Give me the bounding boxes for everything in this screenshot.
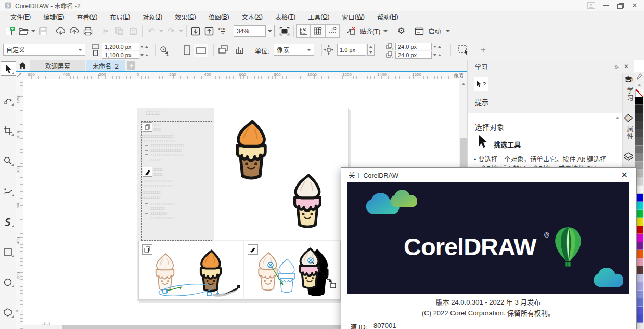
- portrait-button[interactable]: [180, 44, 194, 56]
- propbar-plus-button[interactable]: +: [476, 44, 490, 56]
- page-preset-combo[interactable]: 自定义: [3, 44, 85, 56]
- freehand-tool[interactable]: [1, 185, 15, 198]
- palette-scroll-up[interactable]: [638, 81, 641, 89]
- publish-pdf-button[interactable]: PDF: [216, 25, 229, 37]
- fullscreen-preview-button[interactable]: [278, 25, 291, 37]
- color-swatch[interactable]: [635, 153, 643, 162]
- duplicate-x-field[interactable]: [395, 43, 432, 50]
- home-welcome-icon[interactable]: [17, 60, 28, 71]
- redo-button[interactable]: ↷: [164, 25, 178, 37]
- undo-dropdown[interactable]: [158, 25, 164, 37]
- zoom-dropdown[interactable]: [266, 25, 275, 37]
- open-dropdown[interactable]: [30, 25, 36, 37]
- cupcake-orange[interactable]: [222, 120, 280, 182]
- new-tab-button[interactable]: +: [127, 61, 135, 70]
- redo-dropdown[interactable]: [178, 25, 184, 37]
- menu-bitmaps[interactable]: 位图(B): [202, 11, 236, 22]
- restore-button[interactable]: [613, 1, 627, 11]
- page-height-stepper[interactable]: [140, 51, 148, 59]
- docker-close-icon[interactable]: ✕: [623, 63, 634, 70]
- color-swatch[interactable]: [635, 146, 643, 154]
- menu-help[interactable]: 帮助(H): [371, 11, 405, 22]
- duplicate-y-stepper[interactable]: [433, 51, 441, 59]
- zoom-tool[interactable]: [1, 154, 15, 167]
- tutorial-step-panel-2[interactable]: [244, 241, 341, 300]
- import-button[interactable]: [189, 25, 202, 37]
- color-swatch[interactable]: [635, 129, 643, 138]
- copy-button[interactable]: [113, 25, 126, 37]
- account-icon[interactable]: [584, 1, 598, 11]
- rectangle-tool[interactable]: [1, 245, 15, 259]
- color-swatch[interactable]: [635, 97, 643, 106]
- color-swatch[interactable]: [635, 113, 643, 122]
- color-swatch-none[interactable]: [635, 89, 643, 97]
- launch-icon[interactable]: [413, 25, 426, 37]
- menu-table[interactable]: 表格(T): [269, 11, 302, 22]
- minimize-button[interactable]: [598, 1, 613, 11]
- undo-button[interactable]: ↶: [145, 25, 158, 37]
- color-swatch[interactable]: [635, 105, 643, 113]
- snap-to-dropdown[interactable]: 贴齐(T): [358, 25, 390, 37]
- all-pages-icon[interactable]: [216, 44, 230, 56]
- tab-document[interactable]: 未命名 -2: [86, 60, 125, 71]
- menu-layout[interactable]: 布局(L): [104, 11, 136, 22]
- ellipse-tool[interactable]: [1, 275, 15, 289]
- new-document-button[interactable]: [3, 25, 17, 37]
- learn-scroll-up[interactable]: [613, 114, 622, 122]
- learn-docker-tab[interactable]: 学习: [624, 75, 634, 102]
- page-height-field[interactable]: [102, 51, 139, 59]
- docker-collapse-icon[interactable]: »: [610, 62, 623, 71]
- show-guidelines-toggle[interactable]: [325, 24, 340, 38]
- options-gear-button[interactable]: ⚙: [394, 25, 408, 37]
- page-tutorial-image[interactable]: □□□□ □□□□ □□□□ □□□□□□□□□□□□□□□□□□ □□□□□□…: [137, 108, 349, 301]
- artistic-media-tool[interactable]: [1, 215, 15, 229]
- horizontal-ruler[interactable]: 600 400 200 0 200 400 600 800 1000 1200 …: [23, 72, 450, 80]
- cut-button[interactable]: ✂: [99, 25, 113, 37]
- landscape-button[interactable]: [194, 44, 208, 57]
- v-scrollbar-thumb[interactable]: [460, 138, 467, 168]
- properties-docker-tab[interactable]: 属性: [624, 114, 634, 140]
- ruler-origin[interactable]: [16, 72, 23, 80]
- print-button[interactable]: [81, 25, 95, 37]
- paste-button[interactable]: [126, 25, 140, 37]
- menu-text[interactable]: 文本(X): [236, 11, 269, 22]
- snap-off-icon[interactable]: [344, 25, 358, 37]
- menu-edit[interactable]: 编辑(E): [37, 11, 70, 22]
- menu-view[interactable]: 查看(V): [70, 11, 104, 22]
- polygon-tool[interactable]: [1, 306, 15, 319]
- page-layers-icon[interactable]: [233, 44, 247, 56]
- about-close-icon[interactable]: ✕: [614, 170, 635, 180]
- treat-as-filled-toggle[interactable]: [457, 44, 470, 56]
- duplicate-y-field[interactable]: [395, 51, 432, 59]
- nudge-stepper[interactable]: [367, 44, 375, 56]
- h-scrollbar-thumb[interactable]: [62, 325, 341, 329]
- shape-tool[interactable]: [1, 94, 15, 107]
- save-button[interactable]: [36, 25, 50, 37]
- page-width-field[interactable]: [102, 43, 139, 50]
- cloud-open-button[interactable]: [54, 25, 68, 37]
- hint-tool-icon[interactable]: ?: [474, 77, 488, 91]
- units-combo[interactable]: 像素: [274, 44, 314, 56]
- export-button[interactable]: [202, 25, 216, 37]
- color-swatch[interactable]: [635, 137, 643, 146]
- open-button[interactable]: [17, 25, 30, 37]
- close-button[interactable]: ✕: [627, 1, 642, 11]
- scale-factor-icon[interactable]: [158, 45, 170, 56]
- cupcake-pink[interactable]: [281, 174, 334, 231]
- objects-docker-tab[interactable]: [624, 152, 633, 163]
- zoom-level-combo[interactable]: 34%: [234, 25, 266, 37]
- vertical-ruler[interactable]: 1200 1000 800 600 400 200 0: [16, 79, 23, 329]
- cloud-save-button[interactable]: [68, 25, 81, 37]
- show-rulers-toggle[interactable]: [296, 24, 311, 38]
- page-width-stepper[interactable]: [140, 43, 148, 50]
- crop-tool[interactable]: [1, 124, 15, 137]
- menu-window[interactable]: 窗口(W): [336, 11, 371, 22]
- launch-dropdown[interactable]: 启动: [426, 25, 452, 37]
- tab-welcome-screen[interactable]: 欢迎屏幕: [30, 60, 85, 71]
- v-scrollbar-up-button[interactable]: [459, 80, 467, 87]
- pick-tool[interactable]: [1, 61, 16, 76]
- palette-eyedropper-icon[interactable]: [636, 73, 642, 81]
- menu-object[interactable]: 对象(J): [136, 11, 169, 22]
- menu-file[interactable]: 文件(F): [4, 11, 37, 22]
- duplicate-x-stepper[interactable]: [433, 43, 441, 50]
